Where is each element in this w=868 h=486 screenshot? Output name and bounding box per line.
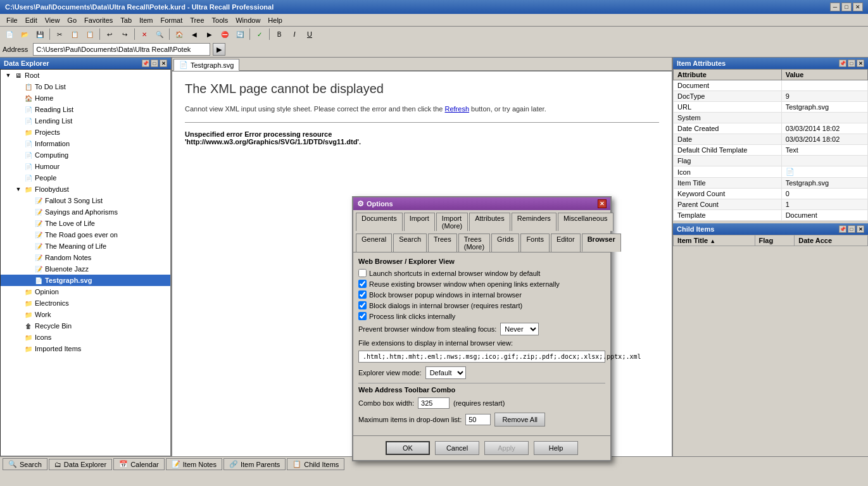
- dialog-overlay: ⚙ Options ✕ Documents Import Import (Mor…: [0, 0, 868, 486]
- dialog-body: Web Browser / Explorer View Launch short…: [353, 252, 610, 435]
- dialog-tab-import-more[interactable]: Import (More): [436, 213, 468, 231]
- file-ext-box: .html;.htm;.mht;.eml;.nws;.msg;.ico;.gif…: [358, 351, 605, 363]
- dialog-tab-trees-more[interactable]: Trees (More): [458, 234, 490, 252]
- dialog-tab-reminders[interactable]: Reminders: [512, 213, 557, 231]
- checkbox-row-1: Reuse existing browser window when openi…: [358, 280, 605, 288]
- dialog-tabs-row1: Documents Import Import (More) Attribute…: [353, 210, 610, 231]
- dialog-tab-general[interactable]: General: [356, 234, 392, 252]
- dialog-tab-documents[interactable]: Documents: [356, 213, 403, 231]
- combo-width-label: Combo box width:: [358, 399, 414, 407]
- dialog-tab-grids[interactable]: Grids: [491, 234, 519, 252]
- dialog-title-icon: ⚙: [357, 199, 364, 208]
- checkbox-4[interactable]: [358, 312, 367, 320]
- dialog-tab-fonts[interactable]: Fonts: [520, 234, 550, 252]
- dialog-tab-trees[interactable]: Trees: [428, 234, 457, 252]
- checkbox-label-3[interactable]: Block dialogs in internal browser (requi…: [369, 302, 522, 309]
- prevent-focus-row: Prevent browser window from stealing foc…: [358, 323, 605, 335]
- dialog-tab-search[interactable]: Search: [393, 234, 427, 252]
- checkbox-0[interactable]: [358, 269, 367, 277]
- dialog-title: Options: [367, 200, 393, 208]
- explorer-mode-select[interactable]: Default Classic Modern: [425, 366, 466, 379]
- options-dialog: ⚙ Options ✕ Documents Import Import (Mor…: [352, 196, 612, 461]
- prevent-focus-label: Prevent browser window from stealing foc…: [358, 325, 496, 333]
- checkbox-3[interactable]: [358, 301, 367, 309]
- checkbox-row-3: Block dialogs in internal browser (requi…: [358, 301, 605, 309]
- dialog-tab-import[interactable]: Import: [404, 213, 435, 231]
- remove-all-button[interactable]: Remove All: [494, 413, 545, 427]
- checkbox-row-4: Process link clicks internally: [358, 312, 605, 320]
- help-button[interactable]: Help: [534, 441, 578, 455]
- web-address-section: Web Address Toolbar Combo: [358, 383, 605, 394]
- checkbox-2[interactable]: [358, 290, 367, 299]
- ok-button[interactable]: OK: [386, 441, 430, 455]
- max-items-label: Maximum items in drop-down list:: [358, 416, 462, 423]
- dialog-tab-misc[interactable]: Miscellaneous: [558, 213, 613, 231]
- combo-width-row: Combo box width: (requires restart): [358, 397, 605, 409]
- dialog-section-title: Web Browser / Explorer View: [358, 258, 605, 265]
- dialog-tab-browser[interactable]: Browser: [582, 234, 621, 252]
- apply-button[interactable]: Apply: [484, 441, 529, 455]
- checkbox-1[interactable]: [358, 280, 367, 288]
- checkbox-row-0: Launch shortcuts in external browser win…: [358, 269, 605, 277]
- checkbox-label-2[interactable]: Block browser popup windows in internal …: [369, 291, 522, 299]
- checkbox-label-4[interactable]: Process link clicks internally: [369, 313, 455, 320]
- dialog-title-bar: ⚙ Options ✕: [353, 197, 610, 210]
- checkbox-row-2: Block browser popup windows in internal …: [358, 290, 605, 299]
- combo-width-note: (requires restart): [453, 399, 505, 407]
- dialog-footer: OK Cancel Apply Help: [353, 435, 610, 460]
- explorer-mode-row: Explorer view mode: Default Classic Mode…: [358, 366, 605, 379]
- dialog-tabs-row2: General Search Trees Trees (More) Grids …: [353, 231, 610, 252]
- prevent-focus-select[interactable]: Never Always Ask: [500, 323, 539, 335]
- cancel-button[interactable]: Cancel: [435, 441, 479, 455]
- explorer-mode-label: Explorer view mode:: [358, 369, 422, 377]
- max-items-row: Maximum items in drop-down list: Remove …: [358, 413, 605, 427]
- combo-width-input[interactable]: [418, 397, 450, 409]
- file-ext-label: File extensions to display in internal b…: [358, 339, 513, 347]
- dialog-tab-editor[interactable]: Editor: [551, 234, 581, 252]
- max-items-input[interactable]: [465, 414, 491, 425]
- checkbox-label-1[interactable]: Reuse existing browser window when openi…: [369, 280, 560, 288]
- file-ext-label-row: File extensions to display in internal b…: [358, 339, 605, 347]
- checkbox-label-0[interactable]: Launch shortcuts in external browser win…: [369, 270, 540, 277]
- dialog-close-button[interactable]: ✕: [598, 199, 607, 208]
- dialog-tab-attributes[interactable]: Attributes: [469, 213, 510, 231]
